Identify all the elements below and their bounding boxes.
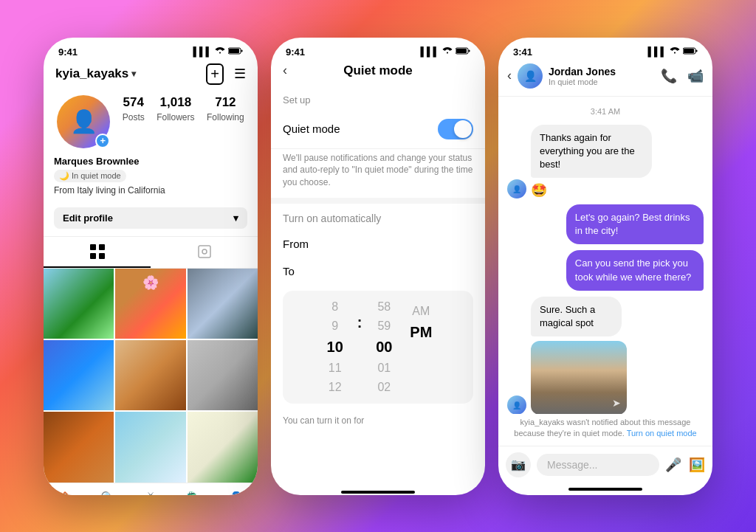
quiet-mode-description: We'll pause notifications and change you…: [271, 149, 485, 198]
photo-cell-2[interactable]: 🌸: [115, 269, 185, 339]
quiet-mode-toggle[interactable]: [438, 119, 473, 139]
message-bubble-1: Thanks again for everything you are the …: [531, 125, 652, 179]
from-label: From: [283, 238, 309, 250]
username-display[interactable]: kyia_kayaks ▾: [55, 66, 136, 81]
svg-rect-11: [469, 50, 470, 52]
hour-10-selected[interactable]: 10: [320, 336, 350, 358]
gallery-icon[interactable]: 🖼️: [689, 457, 705, 473]
message-input[interactable]: Message...: [537, 454, 659, 476]
status-icons-1: ▌▌▌: [193, 46, 243, 57]
moon-icon: 🌙: [59, 171, 69, 181]
camera-button[interactable]: 📷: [506, 452, 531, 477]
profile-header: kyia_kayaks ▾ + ☰: [44, 61, 258, 91]
message-placeholder: Message...: [547, 459, 597, 471]
avatar-container[interactable]: 👤 +: [57, 95, 110, 148]
svg-rect-13: [684, 49, 694, 53]
message-input-bar: 📷 Message... 🎤 🖼️: [498, 446, 712, 488]
photo-cell-4[interactable]: [44, 340, 114, 410]
setup-label: Set up: [271, 86, 485, 110]
status-bar-1: 9:41 ▌▌▌: [44, 38, 258, 61]
back-button-2[interactable]: ‹: [507, 68, 512, 83]
message-row-1: 👤 Thanks again for everything you are th…: [507, 125, 704, 199]
phone-call-icon[interactable]: 📞: [661, 68, 677, 84]
back-button[interactable]: ‹: [283, 63, 287, 78]
wifi-icon-2: [442, 46, 453, 57]
bottom-nav: 🏠 🔍 📺 🛍️ 👤: [44, 483, 258, 495]
battery-icon: [228, 46, 243, 57]
quiet-notice: kyia_kayaks wasn't notified about this m…: [498, 414, 712, 446]
message-row-4: 👤 Sure. Such a magical spot ➤: [507, 297, 704, 414]
menu-icon[interactable]: ☰: [234, 66, 246, 82]
pm-option-selected[interactable]: PM: [406, 322, 436, 343]
from-row: From: [271, 230, 485, 258]
turn-on-note: You can turn it on for: [271, 410, 485, 432]
hours-column: 8 9 10 11 12: [320, 298, 350, 396]
message-image[interactable]: ➤: [531, 341, 627, 414]
messages-area: 3:41 AM 👤 Thanks again for everything yo…: [498, 97, 712, 414]
hour-12: 12: [320, 379, 350, 396]
microphone-icon[interactable]: 🎤: [665, 457, 681, 473]
time-picker[interactable]: 8 9 10 11 12 : 58 59 00 01 02 AM PM: [283, 291, 473, 404]
contact-name: Jordan Jones: [549, 66, 661, 77]
time-separator: :: [357, 298, 362, 396]
photo-cell-6[interactable]: [188, 340, 258, 410]
minute-00-selected[interactable]: 00: [369, 336, 399, 358]
photo-cell-1[interactable]: [44, 269, 114, 339]
minute-01: 01: [369, 359, 399, 377]
chevron-down-icon: ▾: [131, 69, 136, 79]
svg-rect-1: [229, 49, 239, 53]
quiet-notice-link[interactable]: Turn on quiet mode: [627, 429, 697, 438]
battery-icon-3: [683, 46, 698, 57]
bio-text: From Italy living in California: [54, 185, 247, 196]
ampm-column: AM PM: [406, 298, 436, 396]
svg-point-8: [202, 249, 207, 254]
posts-label: Posts: [123, 112, 145, 122]
message-bubble-4: Sure. Such a magical spot: [531, 297, 622, 336]
svg-rect-4: [99, 244, 105, 250]
sender-avatar-1: 👤: [507, 179, 526, 198]
svg-rect-5: [90, 253, 96, 259]
toggle-thumb: [454, 120, 472, 138]
tab-grid[interactable]: [44, 237, 151, 268]
add-post-icon[interactable]: +: [206, 63, 224, 85]
screen-title: Quiet mode: [343, 63, 413, 78]
profile-stats: 👤 + 574 Posts 1,018 Followers 712 Follow…: [44, 91, 258, 156]
am-option[interactable]: AM: [406, 303, 436, 320]
avatar-add-icon[interactable]: +: [95, 134, 110, 148]
battery-icon-2: [456, 46, 470, 57]
message-row-2: Let's go again? Best drinks in the city!: [507, 204, 704, 244]
auto-label: Turn on automatically: [271, 204, 485, 230]
photo-cell-7[interactable]: [44, 412, 114, 482]
posts-count: 574: [123, 95, 145, 110]
status-icons-2: ▌▌▌: [420, 46, 470, 57]
edit-profile-button[interactable]: Edit profile ▾: [54, 207, 247, 229]
photo-cell-5[interactable]: [115, 340, 185, 410]
photo-cell-9[interactable]: [188, 412, 258, 482]
following-stat: 712 Following: [207, 95, 244, 148]
contact-avatar[interactable]: 👤: [518, 63, 543, 89]
signal-icon: ▌▌▌: [193, 46, 212, 57]
photo-cell-3[interactable]: [188, 269, 258, 339]
hour-8: 8: [320, 298, 350, 316]
phone-quiet-mode: 9:41 ▌▌▌ ‹ Quiet mode Set up Quiet mode …: [271, 38, 485, 495]
phone-profile: 9:41 ▌▌▌ kyia_kayaks ▾ + ☰: [44, 38, 258, 495]
svg-rect-2: [241, 50, 243, 52]
followers-label: Followers: [157, 112, 194, 122]
nav-reels-icon[interactable]: 📺: [143, 491, 158, 495]
posts-stat: 574 Posts: [123, 95, 145, 148]
photo-cell-8[interactable]: [115, 412, 185, 482]
nav-shop-icon[interactable]: 🛍️: [186, 491, 201, 495]
nav-search-icon[interactable]: 🔍: [100, 491, 115, 495]
nav-home-icon[interactable]: 🏠: [58, 491, 72, 495]
video-call-icon[interactable]: 📹: [687, 68, 704, 84]
quiet-mode-badge[interactable]: 🌙 In quiet mode: [54, 170, 126, 182]
photo-grid: 🌸: [44, 269, 258, 483]
contact-info: Jordan Jones In quiet mode: [549, 66, 661, 86]
tab-tagged[interactable]: [151, 237, 258, 268]
status-bar-3: 3:41 ▌▌▌: [498, 38, 712, 61]
svg-rect-7: [199, 246, 210, 258]
following-label: Following: [207, 112, 244, 122]
quiet-mode-toggle-row: Quiet mode: [271, 110, 485, 149]
nav-profile-icon[interactable]: 👤: [229, 491, 244, 495]
quiet-mode-label: Quiet mode: [283, 122, 340, 135]
